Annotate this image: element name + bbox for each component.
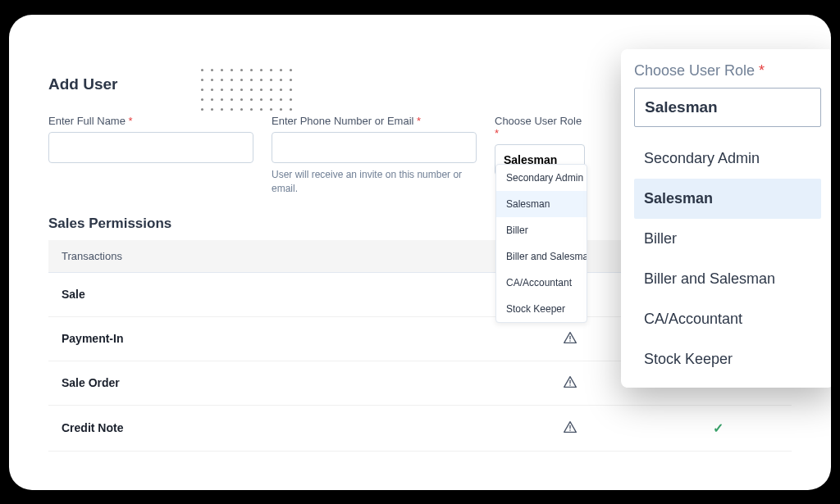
role-label: Choose User Role * (495, 115, 585, 139)
role-dropdown-small: Secondary Admin Salesman Biller Biller a… (495, 164, 587, 323)
role-option-biller-and-salesman[interactable]: Biller and Salesman (496, 243, 587, 270)
decorative-dots (198, 66, 294, 113)
svg-point-3 (569, 340, 571, 342)
role-option-secondary-admin[interactable]: Secondary Admin (496, 165, 587, 191)
role-popover-option-salesman[interactable]: Salesman (634, 179, 821, 219)
warning-icon (564, 332, 577, 343)
table-row: Credit Note✓ (48, 405, 792, 451)
transaction-name: Sale Order (48, 361, 496, 405)
phone-email-field-group: Enter Phone Number or Email * User will … (272, 115, 477, 196)
phone-email-helper: User will receive an invite on this numb… (272, 168, 477, 196)
transaction-name: Payment-In (48, 316, 496, 361)
full-name-field-group: Enter Full Name * (48, 115, 253, 196)
warning-icon (564, 376, 577, 388)
svg-point-7 (569, 429, 571, 431)
svg-point-5 (569, 384, 571, 386)
role-popover-option-stock-keeper[interactable]: Stock Keeper (634, 339, 821, 379)
role-popover-option-biller[interactable]: Biller (634, 219, 821, 259)
full-name-label-text: Enter Full Name (48, 115, 126, 127)
required-asterisk: * (417, 115, 421, 127)
role-popover-option-ca-accountant[interactable]: CA/Accountant (634, 299, 821, 339)
role-option-ca-accountant[interactable]: CA/Accountant (496, 270, 587, 296)
required-asterisk: * (129, 115, 133, 127)
role-popover-large: Choose User Role * Secondary Admin Sales… (621, 49, 831, 388)
phone-email-label-text: Enter Phone Number or Email (272, 115, 413, 127)
role-option-stock-keeper[interactable]: Stock Keeper (496, 296, 587, 322)
role-popover-option-biller-and-salesman[interactable]: Biller and Salesman (634, 259, 821, 299)
role-popover-label: Choose User Role * (634, 62, 821, 79)
role-label-text: Choose User Role (495, 115, 582, 127)
role-option-salesman[interactable]: Salesman (496, 191, 587, 217)
required-asterisk: * (495, 127, 499, 139)
check-icon: ✓ (713, 420, 724, 436)
warning-icon (564, 421, 577, 433)
required-asterisk: * (759, 62, 765, 79)
role-popover-option-secondary-admin[interactable]: Secondary Admin (634, 138, 821, 179)
role-popover-list: Secondary Admin Salesman Biller Biller a… (634, 138, 821, 379)
role-option-biller[interactable]: Biller (496, 217, 587, 243)
role-popover-label-text: Choose User Role (634, 62, 755, 79)
full-name-input[interactable] (48, 132, 253, 163)
phone-email-label: Enter Phone Number or Email * (272, 115, 477, 127)
view-cell[interactable] (496, 405, 644, 451)
transaction-name: Sale (48, 272, 496, 316)
role-popover-input[interactable] (634, 88, 821, 127)
transactions-column-header: Transactions (48, 240, 496, 273)
phone-email-input[interactable] (272, 132, 477, 163)
transaction-name: Credit Note (48, 405, 496, 451)
add-user-panel: Add User Enter Full Name * Enter Phone N… (9, 15, 831, 490)
full-name-label: Enter Full Name * (48, 115, 253, 127)
check-cell[interactable]: ✓ (644, 405, 792, 451)
